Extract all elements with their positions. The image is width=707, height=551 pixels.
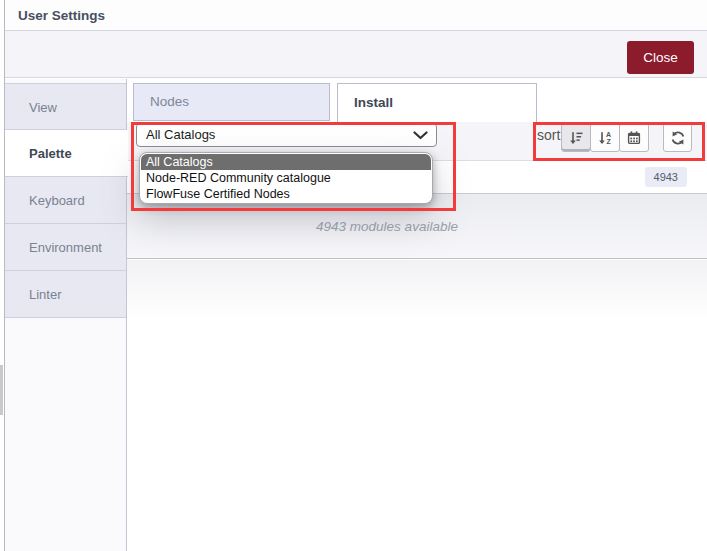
sidebar-item-linter[interactable]: Linter: [5, 271, 126, 318]
refresh-button[interactable]: [663, 123, 692, 152]
svg-text:A: A: [606, 131, 611, 138]
svg-text:Z: Z: [606, 138, 611, 145]
palette-settings-panel: Nodes Install All Catalogs sort:: [127, 79, 707, 551]
dialog-title: User Settings: [18, 0, 105, 31]
catalog-select[interactable]: All Catalogs: [136, 123, 437, 147]
user-settings-dialog: User Settings Close View Palette Keyboar…: [4, 0, 707, 551]
sidebar-tab-list: View Palette Keyboard Environment Linter: [5, 83, 126, 318]
chevron-down-icon: [413, 131, 428, 140]
catalog-dropdown-popup: All Catalogs Node-RED Community catalogu…: [139, 152, 433, 204]
sort-recent-button[interactable]: [619, 123, 649, 152]
sort-alpha-down-button[interactable]: A Z: [590, 123, 620, 152]
dialog-titlebar: User Settings: [5, 0, 707, 31]
calendar-icon: [626, 130, 642, 146]
sort-alpha-down-icon: A Z: [597, 130, 613, 146]
module-count-badge: 4943: [645, 167, 687, 187]
sidebar-item-view[interactable]: View: [5, 83, 126, 130]
sort-amount-down-icon: [568, 130, 584, 146]
catalog-select-value: All Catalogs: [146, 124, 215, 146]
refresh-icon: [670, 130, 686, 146]
close-button[interactable]: Close: [627, 41, 694, 74]
modules-available-text: 4943 modules available: [127, 219, 647, 234]
module-list-area: [127, 260, 707, 320]
sort-button-group: A Z: [561, 123, 649, 152]
dropdown-option-flowfuse-certified[interactable]: FlowFuse Certified Nodes: [141, 186, 431, 202]
dialog-header: Close: [5, 31, 707, 78]
sidebar-item-environment[interactable]: Environment: [5, 224, 126, 271]
sort-amount-down-button[interactable]: [561, 123, 591, 152]
tab-nodes[interactable]: Nodes: [133, 83, 330, 121]
background-scrollbar-fragment[interactable]: [0, 365, 3, 415]
dropdown-option-all-catalogs[interactable]: All Catalogs: [141, 154, 431, 170]
tab-install[interactable]: Install: [337, 83, 537, 122]
sidebar-item-keyboard[interactable]: Keyboard: [5, 177, 126, 224]
sidebar-item-palette[interactable]: Palette: [5, 130, 128, 177]
screen: User Settings Close View Palette Keyboar…: [0, 0, 707, 551]
dropdown-option-nodered-community[interactable]: Node-RED Community catalogue: [141, 170, 431, 186]
settings-sidebar: View Palette Keyboard Environment Linter: [5, 79, 127, 551]
